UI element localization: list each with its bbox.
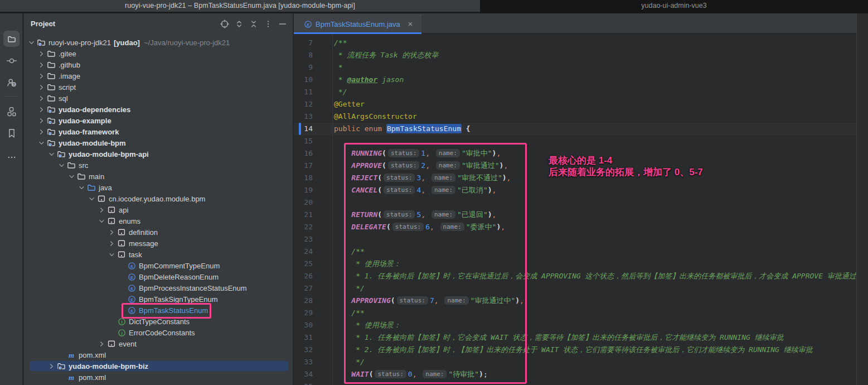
chevron-right-icon[interactable] [37, 60, 47, 69]
line-number[interactable]: 15 [294, 135, 313, 147]
chevron-down-icon[interactable] [27, 38, 37, 47]
tree-item-bpmcommenttypeenum[interactable]: EBpmCommentTypeEnum [23, 260, 293, 271]
tree-item-script[interactable]: script [23, 81, 293, 93]
line-number[interactable]: 13 [294, 110, 313, 123]
tree-item-pom-xml[interactable]: mpom.xml [23, 349, 293, 360]
chevron-right-icon[interactable] [98, 205, 107, 214]
chevron-right-icon[interactable] [37, 83, 47, 92]
line-number[interactable]: 18 [294, 172, 313, 184]
tree-item-task[interactable]: task [23, 249, 293, 260]
chevron-down-icon[interactable] [67, 172, 77, 181]
tree-item-yudao-framework[interactable]: yudao-framework [23, 126, 293, 137]
tree-item-pom-xml[interactable]: mpom.xml [23, 372, 293, 383]
chevron-right-icon[interactable] [37, 71, 47, 80]
line-number[interactable]: 16 [294, 147, 313, 160]
line-number[interactable]: 12 [294, 98, 313, 110]
line-number[interactable]: 29 [294, 307, 313, 319]
tree-item-cn-iocoder-yudao-module-bpm[interactable]: cn.iocoder.yudao.module.bpm [23, 193, 293, 204]
tool-button-bookmarks[interactable] [3, 125, 20, 141]
tree-item-yudao-module-bpm[interactable]: yudao-module-bpm [23, 137, 293, 148]
hide-panel-button[interactable] [278, 20, 287, 28]
line-number[interactable]: 25 [294, 258, 313, 270]
line-number[interactable]: 9 [294, 61, 313, 74]
line-number[interactable]: 28 [294, 295, 313, 307]
tree-item-api[interactable]: api [23, 204, 293, 215]
tree-item-yudao-example[interactable]: yudao-example [23, 115, 293, 126]
line-number[interactable]: 30 [294, 319, 313, 331]
line-number[interactable]: 32 [294, 344, 313, 356]
chevron-down-icon[interactable] [47, 150, 57, 158]
tree-item--gitee[interactable]: .gitee [23, 48, 293, 59]
tree-item-bpmdeletereasonenum[interactable]: EBpmDeleteReasonEnum [23, 271, 293, 282]
tree-item-message[interactable]: message [23, 238, 293, 249]
line-number[interactable]: 33 [294, 356, 313, 368]
tool-button-commit[interactable] [3, 52, 20, 69]
chevron-right-icon[interactable] [37, 116, 47, 125]
tree-item-yudao-module-bpm-api[interactable]: yudao-module-bpm-api [23, 148, 293, 160]
code-line-11[interactable]: 11 */ [294, 86, 856, 98]
line-number[interactable]: 10 [294, 74, 313, 86]
chevron-down-icon[interactable] [77, 183, 87, 192]
line-number[interactable]: 19 [294, 184, 313, 196]
tree-item-ruoyi-vue-pro-jdk21[interactable]: ruoyi-vue-pro-jdk21[yudao]~/Java/ruoyi-v… [23, 37, 293, 48]
chevron-right-icon[interactable] [37, 49, 47, 58]
code-line-7[interactable]: 7/** [294, 37, 856, 49]
code-line-8[interactable]: 8 * 流程任务 Task 的状态枚举 [294, 49, 856, 61]
chevron-right-icon[interactable] [98, 339, 107, 348]
tree-item-definition[interactable]: definition [23, 227, 293, 238]
chevron-right-icon[interactable] [108, 228, 117, 237]
tree-item-yudao-module-bpm-biz[interactable]: yudao-module-bpm-biz [23, 360, 293, 372]
chevron-down-icon[interactable] [88, 194, 97, 203]
code-line-9[interactable]: 9 * [294, 61, 856, 74]
tree-item-yudao-dependencies[interactable]: yudao-dependencies [23, 104, 293, 115]
tree-item--github[interactable]: .github [23, 59, 293, 70]
tree-item-main[interactable]: main [23, 171, 293, 182]
chevron-down-icon[interactable] [37, 138, 47, 147]
chevron-down-icon[interactable] [98, 216, 107, 225]
tree-item-event[interactable]: event [23, 338, 293, 349]
chevron-down-icon[interactable] [108, 250, 117, 259]
chevron-right-icon[interactable] [37, 105, 47, 114]
locate-file-button[interactable] [220, 20, 229, 28]
tab-bpmtaskstatusenum[interactable]: E BpmTaskStatusEnum.java [294, 14, 421, 34]
code-line-10[interactable]: 10 * @author jason [294, 74, 856, 86]
line-number[interactable]: 20 [294, 196, 313, 209]
chevron-right-icon[interactable] [37, 94, 47, 103]
tool-button-pull-requests[interactable]: ? [3, 74, 20, 90]
line-number[interactable]: 23 [294, 233, 313, 246]
expand-all-button[interactable] [235, 20, 244, 28]
collapse-all-button[interactable] [249, 20, 258, 28]
tree-item-src[interactable]: src [23, 160, 293, 171]
line-number[interactable]: 31 [294, 331, 313, 344]
chevron-right-icon[interactable] [47, 362, 57, 370]
line-number[interactable]: 7 [294, 37, 313, 49]
close-icon[interactable] [406, 20, 415, 28]
line-number[interactable]: 8 [294, 49, 313, 61]
line-number[interactable]: 21 [294, 209, 313, 221]
code-line-13[interactable]: 13@AllArgsConstructor [294, 110, 856, 123]
line-number[interactable]: 14 [294, 123, 313, 135]
line-number[interactable]: 35 [294, 381, 313, 385]
tool-button-structure[interactable] [3, 103, 20, 119]
line-number[interactable]: 17 [294, 160, 313, 172]
tree-item-enums[interactable]: enums [23, 215, 293, 227]
tree-item--image[interactable]: .image [23, 70, 293, 81]
line-number[interactable]: 34 [294, 368, 313, 381]
tree-item-errorcodeconstants[interactable]: IErrorCodeConstants [23, 327, 293, 338]
code-line-14[interactable]: 14public enum BpmTaskStatusEnum { [294, 123, 856, 135]
line-number[interactable]: 11 [294, 86, 313, 98]
code-line-12[interactable]: 12@Getter [294, 98, 856, 110]
line-number[interactable]: 27 [294, 282, 313, 295]
line-number[interactable]: 24 [294, 246, 313, 258]
options-menu-button[interactable] [264, 20, 273, 28]
tool-button-project[interactable] [3, 31, 20, 47]
tree-item-bpmprocessinstancestatusenum[interactable]: EBpmProcessInstanceStatusEnum [23, 282, 293, 293]
tree-item-sql[interactable]: sql [23, 93, 293, 104]
tool-button-more-tool-windows[interactable] [3, 149, 20, 165]
chevron-right-icon[interactable] [108, 239, 117, 248]
line-number[interactable]: 22 [294, 221, 313, 233]
chevron-right-icon[interactable] [37, 127, 47, 136]
line-number[interactable]: 26 [294, 270, 313, 282]
tree-item-java[interactable]: java [23, 182, 293, 193]
chevron-down-icon[interactable] [57, 161, 67, 170]
